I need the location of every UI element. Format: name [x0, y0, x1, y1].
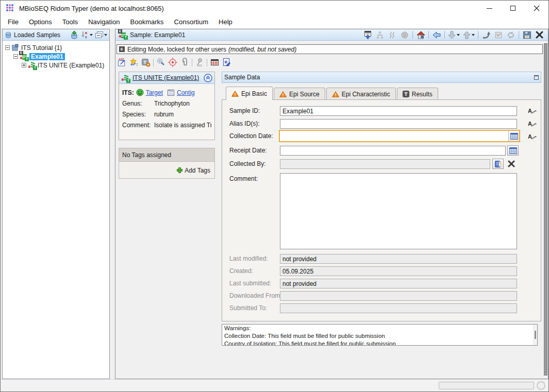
- sample-label-selected[interactable]: Example01: [29, 53, 65, 60]
- tree-row-target[interactable]: T ITS UNITE (Example01): [3, 61, 109, 70]
- tab-epi-source[interactable]: Epi Source: [274, 88, 325, 100]
- add-icon: [177, 167, 182, 173]
- tree-view-button[interactable]: [375, 30, 385, 40]
- load-samples-button[interactable]: [70, 30, 79, 40]
- sort-button[interactable]: a z: [81, 31, 93, 39]
- alias-id-input[interactable]: [280, 119, 517, 129]
- database-icon: [5, 31, 12, 39]
- sequence-editor-button[interactable]: AGT: [118, 58, 127, 67]
- menu-consortium[interactable]: Consortium: [169, 16, 213, 27]
- genus-value: Trichophyton: [154, 100, 190, 107]
- anonymize-icon[interactable]: A: [527, 120, 537, 127]
- edit-entry-icon: E: [494, 31, 503, 39]
- tab-label: Results: [412, 91, 432, 98]
- close-panel-button[interactable]: [535, 30, 544, 40]
- target-summary-panel: T ITS UNITE (Example01) ITS:: [119, 72, 215, 140]
- send-to-table-button[interactable]: [363, 30, 372, 40]
- project-icon: [11, 44, 20, 52]
- menu-file[interactable]: File: [3, 16, 24, 27]
- downloaded-from-label: Downloaded From:: [229, 291, 279, 301]
- warnings-scrollbar[interactable]: [534, 325, 537, 345]
- maximize-panel-icon[interactable]: [534, 75, 539, 80]
- save-button[interactable]: [522, 30, 531, 40]
- next-sample-button[interactable]: [448, 31, 460, 39]
- edit-entry-button[interactable]: E: [494, 30, 503, 40]
- target-summary-title[interactable]: ITS UNITE (Example01): [132, 74, 199, 81]
- anonymize-icon[interactable]: A: [527, 133, 537, 140]
- sequence-view-button[interactable]: [388, 30, 397, 40]
- close-panel-icon: [536, 31, 543, 39]
- down-arrow-icon: [448, 31, 456, 39]
- reload-button[interactable]: [506, 30, 515, 40]
- quality-view-icon: [401, 31, 409, 39]
- tags-header: No Tags assigned: [119, 148, 214, 162]
- window-title: MBioSEQ Ridom Typer (demo at localhost:8…: [19, 5, 164, 12]
- attachment-button[interactable]: [180, 58, 189, 67]
- sample-id-input[interactable]: [280, 106, 517, 116]
- reprocess-button[interactable]: [129, 58, 139, 67]
- tree-row-sample[interactable]: E T Example01: [3, 52, 109, 61]
- receipt-date-input[interactable]: [280, 146, 506, 156]
- calendar-icon: [510, 132, 518, 140]
- attachment-icon: [180, 58, 189, 67]
- task-badge-icon: T: [126, 79, 130, 83]
- tags-panel: No Tags assigned Add Tags: [119, 148, 215, 179]
- screening-button[interactable]: [156, 58, 165, 67]
- collection-date-input[interactable]: [280, 131, 508, 141]
- target-link[interactable]: Target: [146, 89, 163, 96]
- vertical-scrollbar[interactable]: [544, 43, 547, 376]
- add-tags-button[interactable]: Add Tags: [185, 167, 210, 174]
- app-logo-icon: [6, 4, 14, 12]
- menu-options[interactable]: Options: [24, 16, 57, 27]
- collapse-all-button[interactable]: [95, 31, 107, 38]
- close-button[interactable]: [525, 1, 548, 16]
- collapse-chevron-icon: [204, 74, 212, 82]
- quality-view-button[interactable]: [400, 30, 409, 40]
- receipt-date-calendar-button[interactable]: [507, 145, 519, 156]
- progress-bar: [439, 382, 534, 389]
- collapse-toggle-icon[interactable]: [5, 45, 10, 50]
- editing-badge-icon: E: [19, 51, 23, 55]
- comment-textarea[interactable]: [280, 173, 517, 249]
- maximize-icon: [510, 6, 515, 11]
- task-template-button[interactable]: T: [141, 58, 151, 67]
- sample-data-title: Sample Data: [224, 74, 260, 81]
- menu-navigation[interactable]: Navigation: [83, 16, 125, 27]
- project-label[interactable]: ITS Tutorial {1}: [21, 44, 62, 52]
- loaded-samples-panel: Loaded Samples a z: [2, 29, 110, 379]
- title-bar: MBioSEQ Ridom Typer (demo at localhost:8…: [1, 1, 548, 16]
- load-samples-icon: [70, 31, 78, 39]
- target-definition-button[interactable]: [168, 58, 177, 67]
- expand-toggle-icon[interactable]: [22, 63, 26, 67]
- svg-text:B: B: [225, 60, 228, 64]
- editing-mode-icon: E: [119, 46, 125, 52]
- collection-date-calendar-button[interactable]: [508, 131, 519, 141]
- sort-az-icon: a z: [81, 31, 89, 39]
- contig-link[interactable]: Contig: [177, 89, 195, 96]
- tab-epi-basic[interactable]: Epi Basic: [226, 87, 273, 100]
- minimize-button[interactable]: [477, 1, 501, 16]
- pdf-export-button[interactable]: B: [222, 58, 231, 67]
- menu-help[interactable]: Help: [213, 16, 238, 27]
- collected-by-picker-button[interactable]: [492, 159, 504, 169]
- collected-by-clear-button[interactable]: [506, 159, 517, 169]
- back-button[interactable]: [432, 30, 441, 40]
- menu-bookmarks[interactable]: Bookmarks: [125, 16, 169, 27]
- tab-results[interactable]: Results: [397, 88, 438, 100]
- warning-line: Collection Date: This field must be fill…: [222, 332, 537, 340]
- target-label[interactable]: ITS UNITE (Example01): [38, 62, 104, 69]
- loaded-samples-header: Loaded Samples a z: [3, 29, 109, 41]
- menu-tools[interactable]: Tools: [57, 16, 83, 27]
- svg-text:TCA: TCA: [169, 90, 173, 93]
- home-button[interactable]: [416, 30, 425, 40]
- goto-button[interactable]: [481, 30, 491, 40]
- tab-epi-characteristic[interactable]: Epi Characteristic: [326, 88, 396, 100]
- collapse-panel-button[interactable]: [204, 74, 212, 82]
- table-button[interactable]: [210, 58, 219, 67]
- previous-sample-button[interactable]: [463, 31, 475, 39]
- maximize-button[interactable]: [501, 1, 525, 16]
- collapse-toggle-icon[interactable]: [13, 54, 18, 59]
- warning-line: Country of Isolation: This field must be…: [222, 340, 537, 346]
- aggregate-button[interactable]: AGG: [195, 58, 204, 67]
- anonymize-icon[interactable]: A: [527, 107, 537, 114]
